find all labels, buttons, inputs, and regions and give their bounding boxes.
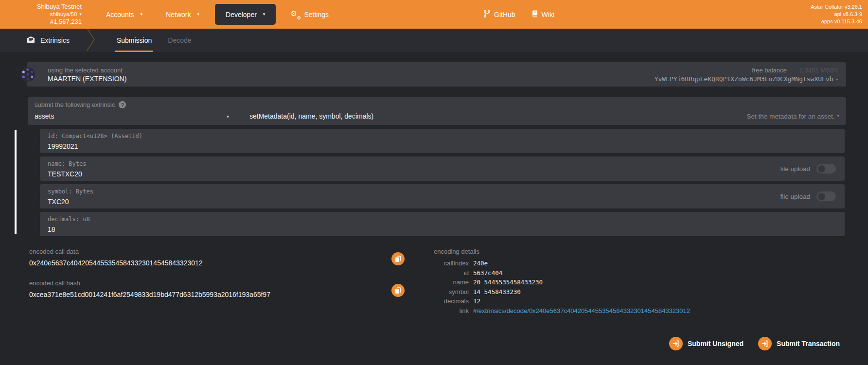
pallet-value: assets	[35, 112, 54, 120]
nav-developer[interactable]: Developer	[215, 4, 276, 25]
tab-decode[interactable]: Decode	[166, 29, 193, 52]
encoded-call-data-row: encoded call data 0x240e5637c40420544553…	[29, 248, 418, 267]
copy-icon	[395, 287, 401, 294]
chain-spec: shibuya/50	[14, 11, 82, 18]
network-name: Shibuya Testnet	[14, 3, 82, 11]
copy-call-hash-button[interactable]	[391, 284, 405, 297]
account-name: MAARTEN (EXTENSION)	[48, 75, 126, 83]
nav-accounts[interactable]: Accounts	[94, 0, 154, 29]
enc-val-decimals: 12	[473, 296, 480, 306]
free-balance-value: 2.0452 MSBY	[799, 67, 838, 74]
param-symbol-input[interactable]: TXC20	[48, 198, 837, 206]
encoded-call-hash-label: encoded call hash	[29, 279, 389, 287]
submit-transaction-label: Submit Transaction	[777, 340, 840, 348]
call-params: id: Compact<u128> (AssetId) 19992021 nam…	[15, 129, 845, 236]
submit-unsigned-label: Submit Unsigned	[688, 340, 744, 348]
enc-val-symbol: 14 5458433230	[473, 287, 521, 297]
node-version: Astar Collator v3.26.1	[811, 3, 862, 10]
wiki-label: Wiki	[542, 11, 554, 18]
polkadot-identicon[interactable]	[20, 67, 35, 82]
method-description-dropdown[interactable]: Set the metadata for an asset.	[747, 113, 839, 120]
enc-val-name: 20 5445535458433230	[473, 278, 543, 287]
github-label: GitHub	[494, 11, 515, 18]
param-decimals-label: decimals: u8	[48, 216, 837, 223]
code-branch-icon	[484, 10, 490, 19]
app-header: Shibuya Testnet shibuya/50 #1,567,231 Ac…	[0, 0, 868, 29]
encoding-details: encoding details callIndex240e id5637c40…	[434, 248, 846, 315]
extrinsic-select-label: submit the following extrinsic	[35, 101, 115, 108]
param-id-input[interactable]: 19992021	[48, 142, 837, 150]
external-links: GitHub Wiki	[484, 0, 554, 29]
breadcrumb-divider	[86, 28, 96, 52]
network-selector[interactable]: Shibuya Testnet shibuya/50 #1,567,231	[14, 3, 82, 26]
enc-key-name: name	[434, 278, 469, 287]
param-id: id: Compact<u128> (AssetId) 19992021	[40, 129, 845, 153]
wiki-link[interactable]: Wiki	[532, 10, 554, 19]
copy-call-data-button[interactable]	[391, 252, 405, 265]
param-decimals: decimals: u8 18	[40, 212, 845, 236]
enc-key-id: id	[434, 268, 469, 278]
enc-key-decimals: decimals	[434, 296, 469, 306]
file-upload-label: file upload	[780, 165, 810, 173]
param-name-label: name: Bytes	[48, 160, 837, 167]
copy-icon	[395, 256, 401, 262]
extrinsic-select-box: submit the following extrinsic assets se…	[28, 97, 846, 125]
enc-val-id: 5637c404	[473, 268, 502, 278]
sign-in-arrow-icon	[669, 337, 683, 350]
help-icon[interactable]	[119, 101, 126, 108]
param-symbol: symbol: Bytes TXC20 file upload	[40, 184, 845, 209]
encoded-call-hash-row: encoded call hash 0xcea371e8e51cd0014241…	[29, 279, 418, 298]
encoded-call-hash-value: 0xcea371e8e51cd0014241f6af2549833d19bd47…	[29, 291, 389, 298]
api-version: api v8.6.3-9	[811, 11, 862, 18]
version-info: Astar Collator v3.26.1 api v8.6.3-9 apps…	[811, 3, 862, 25]
submit-unsigned-button[interactable]: Submit Unsigned	[669, 337, 744, 350]
pallet-dropdown[interactable]: assets	[35, 112, 229, 120]
account-meta: free balance2.0452 MSBY YvWEPYi6BRqpLeKQ…	[655, 67, 838, 83]
cogs-icon: ⚙⚙	[291, 11, 300, 18]
tabs: Submission Decode	[115, 29, 206, 52]
github-link[interactable]: GitHub	[484, 10, 515, 19]
main-nav: Accounts Network Developer ⚙⚙ Settings	[94, 0, 340, 29]
enc-val-callindex: 240e	[473, 259, 488, 268]
encoded-call-data-value: 0x240e5637c40420544553545843323014545843…	[29, 259, 389, 267]
encoded-call-data-label: encoded call data	[29, 248, 389, 255]
selected-account: using the selected account MAARTEN (EXTE…	[48, 67, 126, 83]
best-block-number: #1,567,231	[14, 18, 82, 26]
extrinsics-page: using the selected account MAARTEN (EXTE…	[0, 52, 868, 350]
sign-in-arrow-icon	[758, 337, 772, 350]
action-buttons: Submit Unsigned Submit Transaction	[0, 337, 840, 350]
section-title: Extrinsics	[40, 36, 70, 44]
nav-settings-label: Settings	[304, 11, 329, 18]
encoding-details-label: encoding details	[434, 248, 846, 255]
tab-submission[interactable]: Submission	[115, 29, 153, 52]
params-indicator-bar	[15, 130, 17, 234]
chevron-down-icon	[224, 112, 229, 120]
envelope-icon	[27, 36, 35, 45]
enc-key-symbol: symbol	[434, 287, 469, 297]
free-balance-label: free balance	[752, 67, 787, 74]
encoded-output: encoded call data 0x240e5637c40420544553…	[29, 248, 846, 315]
file-upload-toggle[interactable]	[816, 191, 836, 201]
enc-key-callindex: callIndex	[434, 259, 469, 268]
breadcrumb: Extrinsics	[27, 29, 70, 52]
param-id-label: id: Compact<u128> (AssetId)	[48, 133, 837, 139]
nav-settings[interactable]: ⚙⚙ Settings	[280, 0, 340, 29]
enc-key-link: link	[434, 306, 469, 316]
param-decimals-input[interactable]: 18	[48, 226, 837, 233]
param-name-input[interactable]: TESTXC20	[48, 170, 837, 178]
account-select-label: using the selected account	[48, 67, 126, 74]
apps-version: apps v0.115.3-46	[811, 18, 862, 25]
param-name: name: Bytes TESTXC20 file upload	[40, 156, 845, 181]
account-address[interactable]: YvWEPYi6BRqpLeKQRQP1XZoWc6JM3LoZDCXgMNgt…	[655, 75, 838, 83]
method-dropdown[interactable]: setMetadata(id, name, symbol, decimals)	[249, 112, 373, 120]
tab-bar: Extrinsics Submission Decode	[0, 29, 868, 52]
param-symbol-label: symbol: Bytes	[48, 188, 837, 195]
decode-link[interactable]: #/extrinsics/decode/0x240e5637c404205445…	[473, 306, 690, 316]
file-upload-label: file upload	[780, 193, 810, 200]
account-select[interactable]: using the selected account MAARTEN (EXTE…	[27, 62, 846, 87]
submit-transaction-button[interactable]: Submit Transaction	[758, 337, 840, 350]
book-icon	[532, 10, 538, 19]
nav-network[interactable]: Network	[154, 0, 211, 29]
file-upload-toggle[interactable]	[816, 164, 836, 174]
